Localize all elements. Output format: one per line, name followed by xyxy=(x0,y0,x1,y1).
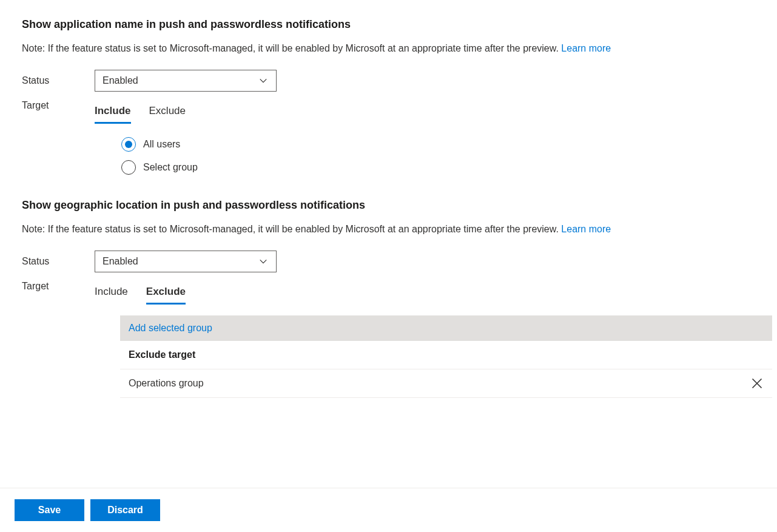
section-geo-location-note: Note: If the feature status is set to Mi… xyxy=(22,224,755,235)
exclude-target-name: Operations group xyxy=(129,378,204,389)
chevron-down-icon xyxy=(258,75,269,86)
radio-all-users[interactable]: All users xyxy=(121,137,755,152)
exclude-table-header: Exclude target xyxy=(120,341,772,369)
tab-include[interactable]: Include xyxy=(95,283,128,305)
target-label: Target xyxy=(22,281,95,292)
section-app-name: Show application name in push and passwo… xyxy=(22,18,755,175)
status-select[interactable]: Enabled xyxy=(95,251,277,272)
note-text: Note: If the feature status is set to Mi… xyxy=(22,43,561,53)
footer-bar: Save Discard xyxy=(0,488,777,532)
remove-button[interactable] xyxy=(750,377,764,390)
status-select[interactable]: Enabled xyxy=(95,70,277,92)
learn-more-link[interactable]: Learn more xyxy=(561,224,611,234)
section-app-name-note: Note: If the feature status is set to Mi… xyxy=(22,43,755,54)
radio-select-group[interactable]: Select group xyxy=(121,160,755,175)
section-geo-location-title: Show geographic location in push and pas… xyxy=(22,199,755,212)
tab-include[interactable]: Include xyxy=(95,103,131,124)
radio-all-users-label: All users xyxy=(143,139,180,150)
save-button[interactable]: Save xyxy=(15,499,84,521)
status-select-value: Enabled xyxy=(103,256,258,267)
radio-select-group-label: Select group xyxy=(143,162,198,173)
note-text: Note: If the feature status is set to Mi… xyxy=(22,224,561,234)
add-selected-group-button[interactable]: Add selected group xyxy=(120,315,772,341)
table-row: Operations group xyxy=(120,369,772,398)
status-label: Status xyxy=(22,75,95,86)
target-label: Target xyxy=(22,100,95,111)
learn-more-link[interactable]: Learn more xyxy=(561,43,611,53)
tab-exclude[interactable]: Exclude xyxy=(149,103,186,124)
radio-icon xyxy=(121,160,136,175)
discard-button[interactable]: Discard xyxy=(90,499,160,521)
chevron-down-icon xyxy=(258,256,269,267)
tab-exclude[interactable]: Exclude xyxy=(146,283,186,305)
section-app-name-title: Show application name in push and passwo… xyxy=(22,18,755,31)
section-geo-location: Show geographic location in push and pas… xyxy=(22,199,755,398)
target-radio-group: All users Select group xyxy=(95,137,755,175)
close-icon xyxy=(751,377,763,389)
status-label: Status xyxy=(22,256,95,267)
exclude-panel: Add selected group Exclude target Operat… xyxy=(95,315,755,398)
status-select-value: Enabled xyxy=(103,75,258,86)
radio-icon xyxy=(121,137,136,152)
